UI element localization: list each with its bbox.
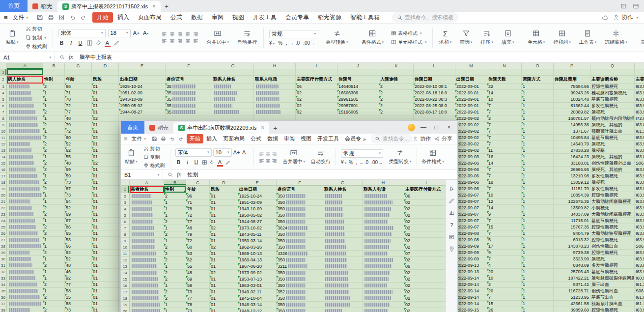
- inner-name-box[interactable]: B1▾: [121, 170, 163, 179]
- cell[interactable]: 48: [65, 262, 92, 269]
- cell[interactable]: 2022-09-09: [455, 243, 487, 250]
- cell[interactable]: 14640514: [337, 84, 379, 90]
- cell[interactable]: 1371.67: [554, 128, 590, 135]
- align-left-icon[interactable]: [162, 38, 167, 44]
- cell[interactable]: 2022-09-07: [455, 224, 487, 230]
- cell[interactable]: 01: [210, 302, 238, 308]
- cell[interactable]: 2: [43, 167, 65, 173]
- cell[interactable]: 35: [166, 90, 212, 96]
- menu-item[interactable]: 稻壳资源: [313, 12, 346, 23]
- cell[interactable]: 1: [43, 269, 65, 275]
- cell[interactable]: [212, 109, 254, 115]
- cell[interactable]: 01: [92, 288, 119, 294]
- cell[interactable]: 2022-09-02: [455, 135, 487, 141]
- inner-home-tab[interactable]: 首页: [121, 121, 144, 134]
- patient-name-cell[interactable]: [7, 141, 43, 147]
- wrap-text-button[interactable]: 自动换行: [309, 145, 333, 169]
- cell[interactable]: 2: [43, 179, 65, 186]
- cell[interactable]: 02: [92, 115, 119, 122]
- cell[interactable]: [323, 257, 363, 263]
- row-header[interactable]: 28: [0, 243, 7, 250]
- cell[interactable]: 51233.95: [554, 294, 590, 301]
- cell[interactable]: 1: [522, 122, 554, 128]
- menu-item[interactable]: 开始: [187, 134, 203, 143]
- cell[interactable]: 15: [65, 294, 92, 301]
- cell[interactable]: 350: [277, 257, 323, 263]
- cell[interactable]: 2: [164, 270, 186, 276]
- cell[interactable]: 1946-03-14: [238, 302, 277, 308]
- window-split-icon[interactable]: [620, 3, 627, 9]
- cell[interactable]: 2022-09-01: [455, 109, 487, 115]
- cell[interactable]: 大脑动脉闭塞脑梗死: [590, 211, 635, 218]
- font-family-select[interactable]: 宋体▾: [175, 148, 212, 157]
- cell[interactable]: 350: [277, 302, 323, 308]
- cell[interactable]: 35: [166, 96, 212, 103]
- cell[interactable]: 1: [522, 205, 554, 211]
- cell[interactable]: 01: [92, 147, 119, 154]
- patient-name-cell[interactable]: [130, 283, 164, 289]
- menu-item[interactable]: 数据: [264, 134, 281, 143]
- cell[interactable]: 87: [65, 186, 92, 192]
- cell[interactable]: 1945-10-04: [238, 295, 277, 302]
- cell[interactable]: 脑梗死: [590, 109, 635, 115]
- cell[interactable]: 78694.66: [554, 84, 590, 90]
- cell[interactable]: 06: [296, 84, 337, 90]
- cell[interactable]: I61.0: [635, 294, 644, 301]
- cell[interactable]: [323, 302, 363, 308]
- cell[interactable]: 2022-09-01: [455, 96, 487, 103]
- menu-item[interactable]: 会员专享: [281, 12, 313, 23]
- column-header-B[interactable]: B: [164, 180, 186, 185]
- cell[interactable]: 01: [210, 295, 238, 302]
- patient-name-cell[interactable]: [7, 167, 43, 173]
- borders-icon[interactable]: [86, 40, 93, 46]
- patient-name-cell[interactable]: [7, 230, 43, 237]
- column-header-N[interactable]: N: [487, 63, 522, 69]
- cell[interactable]: [7, 69, 43, 76]
- cell[interactable]: I63.9: [635, 262, 644, 269]
- align-middle-icon[interactable]: [265, 158, 271, 164]
- cell[interactable]: 1: [43, 115, 65, 122]
- align-top-left-icon[interactable]: [162, 31, 167, 37]
- cell[interactable]: 2022-09-14: [455, 294, 487, 301]
- row-header[interactable]: 8: [0, 115, 7, 122]
- cell[interactable]: [323, 199, 363, 206]
- cell[interactable]: 10854.39: [554, 192, 590, 199]
- cell[interactable]: 20389.82: [554, 109, 590, 115]
- header-cell[interactable]: 住院日期: [414, 76, 455, 84]
- cell[interactable]: 14640.79: [554, 141, 590, 147]
- cell[interactable]: S06.8: [635, 243, 644, 250]
- type-convert-button[interactable]: 类型转换▾: [323, 25, 351, 50]
- cell[interactable]: 1: [43, 288, 65, 294]
- column-header-P[interactable]: P: [554, 63, 590, 69]
- column-header-E[interactable]: E: [119, 63, 166, 69]
- patient-name-cell[interactable]: [130, 206, 164, 212]
- cell[interactable]: 350: [277, 283, 323, 289]
- patient-name-cell[interactable]: [7, 224, 43, 230]
- cell[interactable]: [166, 69, 212, 76]
- patient-name-cell[interactable]: [130, 219, 164, 225]
- cell[interactable]: [254, 103, 296, 109]
- cell[interactable]: 35: [166, 84, 212, 90]
- table-tools-button[interactable]: 表格工具▾: [638, 25, 644, 50]
- cell[interactable]: 01: [92, 179, 119, 186]
- cell[interactable]: 14956.36: [554, 122, 590, 128]
- close-tab-icon[interactable]: ×: [261, 124, 264, 131]
- cell[interactable]: [590, 69, 635, 76]
- patient-name-cell[interactable]: [7, 135, 43, 141]
- select-all-corner[interactable]: [121, 180, 130, 185]
- cell[interactable]: [254, 96, 296, 103]
- row-header[interactable]: 29: [0, 250, 7, 256]
- cell[interactable]: 48: [186, 270, 210, 276]
- cell[interactable]: 1951-02-09: [238, 199, 277, 206]
- header-cell[interactable]: 患者姓名: [130, 186, 164, 193]
- cell[interactable]: 39859.60: [554, 307, 590, 312]
- column-header-D[interactable]: D: [92, 63, 119, 69]
- cell[interactable]: [254, 90, 296, 96]
- cell[interactable]: 1: [43, 199, 65, 205]
- cell[interactable]: 脑梗死、其他的: [590, 154, 635, 160]
- cell[interactable]: 88: [65, 301, 92, 307]
- paste-button[interactable]: 粘贴▾: [3, 25, 22, 50]
- cell[interactable]: 2: [164, 276, 186, 283]
- column-header-R[interactable]: R: [635, 63, 644, 69]
- cell[interactable]: 1: [43, 90, 65, 96]
